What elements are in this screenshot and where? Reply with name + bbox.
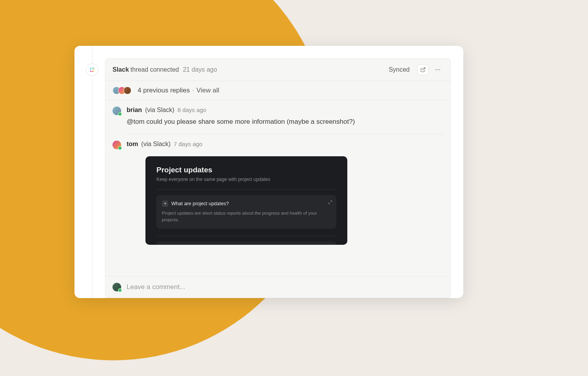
info-question: What are project updates? [171,201,229,206]
more-horizontal-icon [435,67,441,73]
more-options-button[interactable] [432,64,443,75]
message-time: 8 days ago [178,107,206,113]
message-row: tom (via Slack) 7 days ago [105,134,450,151]
svg-line-9 [330,201,332,202]
plus-icon [162,201,168,207]
header-title: thread connected [131,66,179,73]
message-author: brian [127,107,142,114]
svg-point-8 [439,69,440,70]
messages-list: brian (via Slack) 8 days ago @tom could … [105,100,450,276]
panel-header: Slack thread connected 21 days ago Synce… [105,59,450,81]
card-main: Slack thread connected 21 days ago Synce… [93,46,463,298]
reminder-box: Reminder frequency [156,242,336,245]
svg-rect-1 [92,68,93,69]
slack-icon [86,63,98,76]
open-external-button[interactable] [417,64,428,75]
attached-screenshot[interactable]: Project updates Keep everyone on the sam… [145,156,347,245]
divider [156,189,336,190]
thread-card: Slack thread connected 21 days ago Synce… [74,46,463,298]
view-all-link[interactable]: View all [196,87,219,94]
info-box: What are project updates? Project update… [156,195,336,229]
header-timestamp: 21 days ago [183,66,217,73]
avatar [123,87,131,94]
sync-status: Synced [389,66,410,73]
info-description: Project updates are short status reports… [162,210,331,224]
message-time: 7 days ago [174,141,202,147]
separator: · [192,87,194,94]
screenshot-title: Project updates [156,166,336,174]
expand-icon [328,199,332,206]
header-app-name: Slack [113,66,129,73]
message-author: tom [127,141,138,148]
thread-panel: Slack thread connected 21 days ago Synce… [105,58,451,298]
svg-line-5 [423,68,425,70]
svg-rect-0 [90,69,91,70]
avatar [113,283,121,291]
message-text: @tom could you please share some more in… [127,117,443,134]
divider [156,236,336,236]
comment-composer [105,276,450,298]
svg-point-6 [436,69,436,70]
previous-replies-row[interactable]: 4 previous replies · View all [105,81,450,100]
avatar [113,141,121,149]
comment-input[interactable] [127,283,443,291]
card-gutter [74,46,93,298]
svg-rect-3 [92,71,93,72]
svg-line-10 [328,202,330,204]
svg-rect-2 [93,69,94,70]
message-via: (via Slack) [145,107,174,114]
svg-point-7 [437,69,438,70]
screenshot-subtitle: Keep everyone on the same page with proj… [156,177,336,182]
message-via: (via Slack) [141,141,171,148]
avatar-stack [113,87,131,94]
external-link-icon [420,67,426,72]
message-row: brian (via Slack) 8 days ago @tom could … [105,100,450,134]
previous-replies-count: 4 previous replies [138,87,190,94]
avatar [113,107,121,115]
